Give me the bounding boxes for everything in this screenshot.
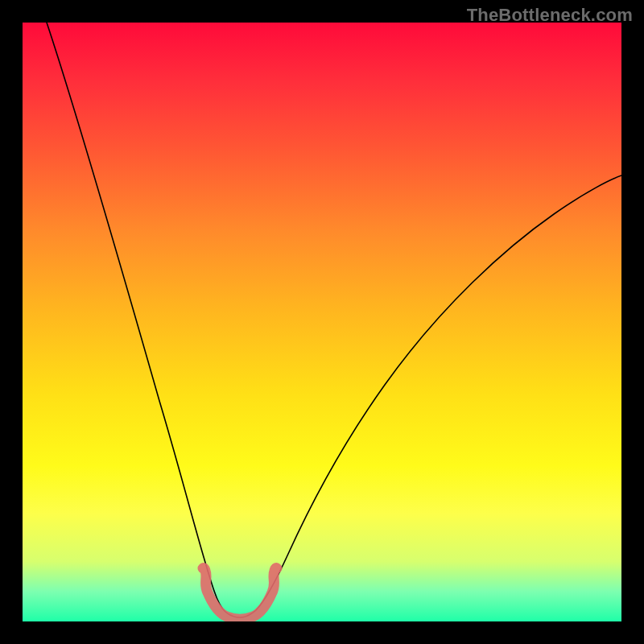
chart-frame: TheBottleneck.com — [0, 0, 644, 644]
watermark-text: TheBottleneck.com — [467, 5, 633, 26]
optimal-zone-marker — [203, 568, 277, 619]
bottleneck-curve-svg — [23, 23, 621, 621]
bottleneck-curve — [47, 23, 621, 617]
plot-area — [23, 23, 621, 621]
